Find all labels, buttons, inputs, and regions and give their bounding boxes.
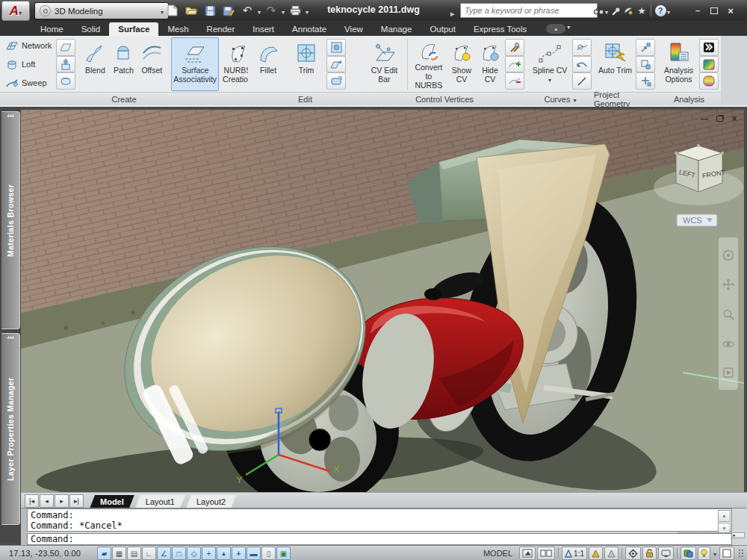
network-button[interactable]: Network — [2, 39, 55, 52]
pan-icon[interactable] — [722, 279, 734, 290]
zebra-analysis-button[interactable] — [699, 39, 719, 56]
lineweight-toggle[interactable] — [247, 547, 261, 560]
analysis-options-button[interactable]: Analysis Options — [660, 37, 698, 91]
redo-caret-icon[interactable] — [282, 4, 285, 17]
trim-button[interactable]: Trim — [288, 37, 325, 91]
add-cv-button[interactable] — [505, 56, 524, 73]
redo-button[interactable] — [263, 2, 279, 19]
resize-grip-icon[interactable] — [738, 549, 744, 558]
infocenter-expand-icon[interactable] — [450, 6, 455, 19]
tab-surface[interactable]: Surface — [109, 22, 158, 36]
tab-insert[interactable]: Insert — [244, 22, 283, 36]
model-space-button[interactable]: MODEL — [478, 547, 518, 560]
model-tab[interactable]: Model — [90, 495, 134, 508]
close-button[interactable] — [723, 4, 738, 16]
quick-view-layouts-button[interactable] — [519, 547, 536, 560]
project-to-ucs-button[interactable] — [636, 39, 655, 56]
offset-button[interactable]: Offset — [138, 37, 165, 91]
layer-properties-manager-tab[interactable]: Layer Properties Manager — [1, 333, 20, 525]
convert-spline-button[interactable] — [572, 56, 592, 73]
revolve-surface-button[interactable] — [56, 72, 75, 90]
blend-button[interactable]: Blend — [81, 37, 108, 91]
tab-manage[interactable]: Manage — [372, 22, 421, 36]
tab-mesh[interactable]: Mesh — [158, 22, 197, 36]
tab-solid[interactable]: Solid — [72, 22, 110, 36]
first-layout-button[interactable] — [25, 494, 39, 508]
autoscale-button[interactable] — [604, 547, 619, 560]
panel-title-create[interactable]: Create — [0, 92, 248, 105]
materials-browser-tab[interactable]: Materials Browser — [1, 111, 20, 329]
spline-cv-button[interactable]: Spline CV — [529, 37, 571, 91]
command-input[interactable]: Command: — [27, 533, 732, 545]
hide-cv-button[interactable]: Hide CV — [477, 37, 503, 91]
dynamic-input-toggle[interactable] — [232, 547, 246, 560]
surface-associativity-toggle[interactable]: Surface Associativity — [171, 37, 219, 91]
project-to-2-points-button[interactable] — [636, 72, 655, 90]
scroll-up-button[interactable] — [718, 510, 731, 522]
line-button[interactable] — [572, 72, 592, 90]
object-snap-tracking-toggle[interactable] — [202, 547, 216, 560]
polar-tracking-toggle[interactable] — [157, 547, 171, 560]
maximize-button[interactable] — [707, 4, 722, 16]
zoom-icon[interactable] — [722, 308, 734, 320]
annotation-scale-button[interactable]: 1:1 — [562, 547, 587, 560]
project-to-view-button[interactable] — [636, 56, 655, 73]
toolbar-lock-button[interactable] — [642, 547, 657, 560]
wrench-icon[interactable] — [608, 3, 622, 18]
navigation-wheel-icon[interactable] — [722, 249, 734, 261]
status-menu-caret-icon[interactable] — [713, 549, 716, 558]
planar-surface-button[interactable] — [56, 39, 75, 56]
3d-object-snap-toggle[interactable] — [187, 547, 201, 560]
minimize-button[interactable] — [690, 4, 705, 16]
help-button[interactable]: ? — [654, 3, 667, 18]
search-binoculars-icon[interactable] — [592, 3, 605, 18]
next-layout-button[interactable] — [55, 494, 69, 508]
tab-annotate[interactable]: Annotate — [283, 22, 335, 36]
sweep-button[interactable]: Sweep — [2, 76, 55, 90]
clean-screen-button[interactable] — [719, 547, 734, 560]
draft-analysis-button[interactable] — [699, 72, 719, 90]
orbit-icon[interactable] — [722, 338, 734, 350]
ortho-mode-toggle[interactable] — [142, 547, 156, 560]
untrim-button[interactable] — [326, 39, 346, 56]
dynamic-ucs-toggle[interactable] — [217, 547, 231, 560]
spline-knot-button[interactable] — [572, 39, 592, 56]
convert-to-nurbs-button[interactable]: Convert to NURBS — [411, 37, 447, 91]
ribbon-minimize-caret-icon[interactable] — [567, 19, 570, 32]
favorites-star-icon[interactable] — [635, 3, 648, 18]
search-input[interactable] — [460, 3, 598, 18]
auto-trim-button[interactable]: Auto Trim — [596, 37, 634, 91]
workspace-switching-button[interactable] — [625, 547, 641, 560]
showmotion-icon[interactable] — [723, 367, 734, 378]
last-layout-button[interactable] — [69, 494, 84, 508]
application-menu-button[interactable]: A — [1, 1, 30, 21]
quick-properties-toggle[interactable] — [261, 547, 276, 560]
selection-cycling-toggle[interactable] — [276, 547, 291, 560]
curvature-analysis-button[interactable] — [699, 56, 719, 73]
wcs-dropdown[interactable]: WCS — [677, 214, 717, 226]
open-button[interactable] — [183, 2, 199, 19]
viewport-canvas[interactable]: X Y LEFT FRONT — [21, 110, 744, 492]
tab-render[interactable]: Render — [198, 22, 244, 36]
rebuild-cv-button[interactable] — [505, 39, 524, 56]
panel-title-analysis[interactable]: Analysis — [657, 92, 721, 105]
undo-button[interactable] — [239, 2, 255, 19]
command-window-grip[interactable] — [21, 508, 27, 546]
panel-title-project-geometry[interactable]: Project Geometry — [594, 92, 657, 105]
workspace-selector[interactable]: 3D Modeling — [34, 2, 169, 19]
drawing-restore-button[interactable] — [714, 114, 725, 123]
tab-view[interactable]: View — [335, 22, 372, 36]
cv-edit-bar-button[interactable]: CV Edit Bar — [365, 37, 404, 91]
quick-view-drawings-button[interactable] — [537, 547, 555, 560]
isolate-objects-button[interactable] — [698, 547, 710, 560]
tab-output[interactable]: Output — [421, 22, 465, 36]
snap-mode-toggle[interactable] — [112, 547, 126, 560]
panel-title-curves[interactable]: Curves — [527, 92, 594, 105]
grid-display-toggle[interactable] — [127, 547, 141, 560]
layout1-tab[interactable]: Layout1 — [135, 495, 185, 508]
tab-home[interactable]: Home — [31, 22, 72, 36]
application-status-button[interactable] — [681, 547, 696, 560]
tab-express-tools[interactable]: Express Tools — [465, 22, 536, 36]
remove-cv-button[interactable] — [505, 72, 524, 90]
performance-tuner-button[interactable] — [658, 547, 674, 560]
